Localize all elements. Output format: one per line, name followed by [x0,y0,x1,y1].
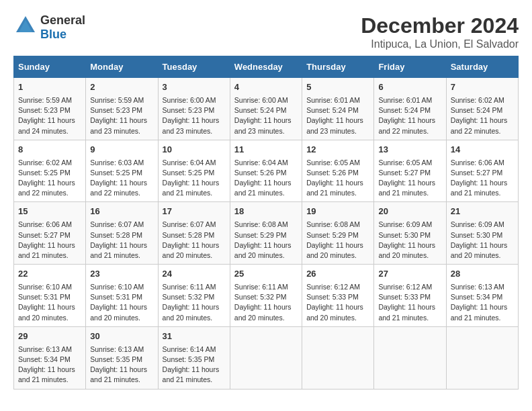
day-number: 6 [378,81,441,94]
col-header-sunday: Sunday [14,56,86,78]
day-info: Sunrise: 5:59 AM Sunset: 5:23 PM Dayligh… [90,95,153,136]
day-number: 24 [163,268,226,281]
col-header-thursday: Thursday [302,56,374,78]
day-number: 7 [451,81,514,94]
day-cell-13: 13Sunrise: 6:05 AM Sunset: 5:27 PM Dayli… [374,140,446,202]
day-info: Sunrise: 6:01 AM Sunset: 5:24 PM Dayligh… [306,95,369,136]
day-number: 21 [451,205,514,218]
logo-general: General [40,13,85,27]
logo-text: General Blue [40,13,85,42]
col-header-wednesday: Wednesday [230,56,302,78]
day-cell-23: 23Sunrise: 6:10 AM Sunset: 5:31 PM Dayli… [86,265,158,327]
title-area: December 2024 Intipuca, La Union, El Sal… [361,13,519,50]
day-cell-20: 20Sunrise: 6:09 AM Sunset: 5:30 PM Dayli… [374,202,446,265]
day-cell-21: 21Sunrise: 6:09 AM Sunset: 5:30 PM Dayli… [446,202,518,265]
day-cell-16: 16Sunrise: 6:07 AM Sunset: 5:28 PM Dayli… [86,202,158,265]
empty-cell [302,326,374,389]
day-cell-4: 4Sunrise: 6:00 AM Sunset: 5:24 PM Daylig… [230,78,302,140]
day-number: 28 [451,268,514,281]
day-cell-3: 3Sunrise: 6:00 AM Sunset: 5:23 PM Daylig… [158,78,230,140]
day-cell-17: 17Sunrise: 6:07 AM Sunset: 5:28 PM Dayli… [158,202,230,265]
day-cell-2: 2Sunrise: 5:59 AM Sunset: 5:23 PM Daylig… [86,78,158,140]
day-number: 18 [234,205,298,218]
day-number: 23 [90,268,153,281]
day-number: 5 [306,81,369,94]
day-cell-28: 28Sunrise: 6:13 AM Sunset: 5:34 PM Dayli… [446,265,518,327]
day-info: Sunrise: 6:10 AM Sunset: 5:31 PM Dayligh… [18,282,81,323]
day-number: 8 [18,144,81,156]
day-cell-31: 31Sunrise: 6:14 AM Sunset: 5:35 PM Dayli… [158,326,230,389]
day-number: 13 [378,144,441,156]
day-info: Sunrise: 5:59 AM Sunset: 5:23 PM Dayligh… [18,95,81,136]
day-cell-10: 10Sunrise: 6:04 AM Sunset: 5:25 PM Dayli… [158,140,230,202]
day-number: 11 [234,144,298,156]
day-info: Sunrise: 6:05 AM Sunset: 5:26 PM Dayligh… [306,158,369,199]
day-number: 31 [163,330,226,343]
day-number: 1 [18,81,81,94]
day-info: Sunrise: 6:13 AM Sunset: 5:35 PM Dayligh… [90,345,153,385]
day-number: 4 [234,81,298,94]
day-number: 9 [90,144,153,156]
day-number: 22 [18,268,81,281]
day-info: Sunrise: 6:08 AM Sunset: 5:29 PM Dayligh… [234,220,298,261]
day-info: Sunrise: 6:03 AM Sunset: 5:25 PM Dayligh… [90,158,153,199]
week-row-1: 1Sunrise: 5:59 AM Sunset: 5:23 PM Daylig… [14,78,519,140]
location-subtitle: Intipuca, La Union, El Salvador [361,38,519,50]
day-info: Sunrise: 6:09 AM Sunset: 5:30 PM Dayligh… [451,220,514,261]
day-info: Sunrise: 6:04 AM Sunset: 5:25 PM Dayligh… [163,158,226,199]
logo-icon [13,13,38,42]
day-cell-5: 5Sunrise: 6:01 AM Sunset: 5:24 PM Daylig… [302,78,374,140]
week-row-5: 29Sunrise: 6:13 AM Sunset: 5:34 PM Dayli… [14,326,519,389]
empty-cell [230,326,302,389]
day-info: Sunrise: 6:04 AM Sunset: 5:26 PM Dayligh… [234,158,298,199]
day-number: 26 [306,268,369,281]
day-number: 2 [90,81,153,94]
day-number: 14 [451,144,514,156]
day-info: Sunrise: 6:00 AM Sunset: 5:24 PM Dayligh… [234,95,298,136]
day-cell-30: 30Sunrise: 6:13 AM Sunset: 5:35 PM Dayli… [86,326,158,389]
day-cell-25: 25Sunrise: 6:11 AM Sunset: 5:32 PM Dayli… [230,265,302,327]
day-info: Sunrise: 6:09 AM Sunset: 5:30 PM Dayligh… [378,220,441,261]
week-row-2: 8Sunrise: 6:02 AM Sunset: 5:25 PM Daylig… [14,140,519,202]
day-info: Sunrise: 6:06 AM Sunset: 5:27 PM Dayligh… [18,220,81,261]
month-title: December 2024 [361,13,519,38]
day-cell-29: 29Sunrise: 6:13 AM Sunset: 5:34 PM Dayli… [14,326,86,389]
day-info: Sunrise: 6:06 AM Sunset: 5:27 PM Dayligh… [451,158,514,199]
day-cell-12: 12Sunrise: 6:05 AM Sunset: 5:26 PM Dayli… [302,140,374,202]
day-cell-11: 11Sunrise: 6:04 AM Sunset: 5:26 PM Dayli… [230,140,302,202]
day-cell-8: 8Sunrise: 6:02 AM Sunset: 5:25 PM Daylig… [14,140,86,202]
day-number: 12 [306,144,369,156]
day-info: Sunrise: 6:02 AM Sunset: 5:24 PM Dayligh… [451,95,514,136]
day-cell-7: 7Sunrise: 6:02 AM Sunset: 5:24 PM Daylig… [446,78,518,140]
day-number: 25 [234,268,298,281]
day-number: 19 [306,205,369,218]
col-header-friday: Friday [374,56,446,78]
day-cell-9: 9Sunrise: 6:03 AM Sunset: 5:25 PM Daylig… [86,140,158,202]
empty-cell [446,326,518,389]
day-cell-24: 24Sunrise: 6:11 AM Sunset: 5:32 PM Dayli… [158,265,230,327]
day-number: 3 [163,81,226,94]
day-number: 20 [378,205,441,218]
day-info: Sunrise: 6:12 AM Sunset: 5:33 PM Dayligh… [378,282,441,323]
col-header-saturday: Saturday [446,56,518,78]
day-number: 30 [90,330,153,343]
header: General Blue December 2024 Intipuca, La … [13,13,519,50]
day-cell-26: 26Sunrise: 6:12 AM Sunset: 5:33 PM Dayli… [302,265,374,327]
day-info: Sunrise: 6:08 AM Sunset: 5:29 PM Dayligh… [306,220,369,261]
logo: General Blue [13,13,85,42]
day-info: Sunrise: 6:07 AM Sunset: 5:28 PM Dayligh… [90,220,153,261]
col-header-tuesday: Tuesday [158,56,230,78]
calendar-table: SundayMondayTuesdayWednesdayThursdayFrid… [13,56,519,390]
day-info: Sunrise: 6:02 AM Sunset: 5:25 PM Dayligh… [18,158,81,199]
day-info: Sunrise: 6:11 AM Sunset: 5:32 PM Dayligh… [234,282,298,323]
day-number: 10 [163,144,226,156]
logo-blue: Blue [40,28,66,41]
day-cell-15: 15Sunrise: 6:06 AM Sunset: 5:27 PM Dayli… [14,202,86,265]
day-cell-27: 27Sunrise: 6:12 AM Sunset: 5:33 PM Dayli… [374,265,446,327]
day-info: Sunrise: 6:13 AM Sunset: 5:34 PM Dayligh… [18,345,81,385]
day-info: Sunrise: 6:14 AM Sunset: 5:35 PM Dayligh… [163,345,226,385]
day-info: Sunrise: 6:07 AM Sunset: 5:28 PM Dayligh… [163,220,226,261]
day-info: Sunrise: 6:11 AM Sunset: 5:32 PM Dayligh… [163,282,226,323]
day-number: 17 [163,205,226,218]
day-number: 29 [18,330,81,343]
